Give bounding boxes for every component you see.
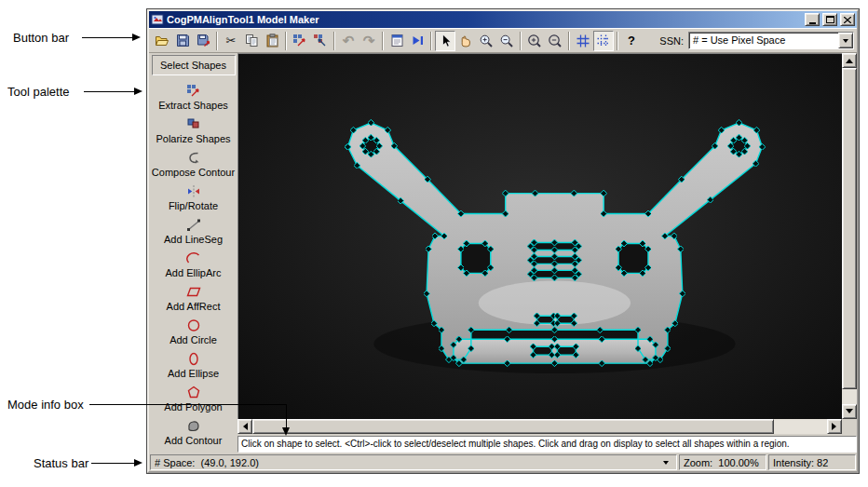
mode-info-box: Click on shape to select. <Ctrl>-click t… [237,436,857,453]
vertical-scroll-thumb[interactable] [842,68,857,389]
copy-button[interactable] [241,31,262,51]
scroll-down-button[interactable] [842,404,857,419]
affrect-icon [186,285,201,299]
undo-button[interactable]: ↶ [338,31,359,51]
pointer-button[interactable] [435,31,455,51]
minimize-icon [809,22,816,24]
zoom-in-button[interactable] [476,31,496,51]
scroll-right-button[interactable] [827,419,842,434]
extract-shapes-icon [186,84,201,98]
palette-item-add-lineseg[interactable]: Add LineSeg [149,214,237,248]
triangle-up-icon [846,55,853,63]
status-zoom-text: Zoom: 100.00% [684,457,759,468]
status-intensity-panel: Intensity: 82 [768,454,856,470]
ssn-combobox[interactable]: # = Use Pixel Space [688,32,854,49]
toolbar-separator [333,32,335,50]
scroll-up-button[interactable] [842,53,857,68]
title-bar[interactable]: CogPMAlignTool1 Model Maker [149,11,857,28]
annotation-line-button-bar [82,37,132,38]
close-icon [844,17,851,23]
triangle-left-icon [239,423,248,430]
vertical-scrollbar[interactable] [842,53,857,419]
circle-icon [186,318,201,332]
grid-snap-button[interactable] [593,31,614,51]
palette-item-add-contour[interactable]: Add Contour [149,415,237,449]
status-space-text: # Space: (49.0, 192.0) [155,457,259,468]
status-space-panel: # Space: (49.0, 192.0) [150,454,677,470]
palette-item-add-affrect[interactable]: Add AffRect [149,281,237,315]
triangle-down-icon [846,409,853,417]
extract-shapes-button[interactable] [290,31,310,51]
polarize-shapes-button[interactable] [310,31,331,51]
save-image-button[interactable] [193,31,213,51]
palette-item-label: Add Contour [165,435,223,446]
toolbar-separator [285,32,287,50]
pan-button[interactable] [455,31,476,51]
annotation-button-bar: Button bar [13,31,69,45]
palette-item-flip-rotate[interactable]: Flip/Rotate [149,181,237,214]
paste-button[interactable] [262,31,282,51]
grid-dotted-icon [596,34,611,48]
maximize-icon [826,16,834,23]
properties-button[interactable] [387,31,407,51]
main-content: Select Shapes Extract Shapes Polarize Sh… [149,53,857,453]
palette-item-add-ellipse[interactable]: Add Ellipse [149,348,237,382]
scroll-left-button[interactable] [237,419,252,434]
ellipse-icon [186,352,201,366]
grid-button[interactable] [573,31,593,51]
copy-icon [245,34,259,47]
palette-item-polarize-shapes[interactable]: Polarize Shapes [149,114,237,147]
minimize-button[interactable] [805,13,820,26]
annotation-arrowhead-status-bar [134,459,142,467]
zoom-out-button[interactable] [496,31,517,51]
horizontal-scrollbar[interactable] [237,419,842,434]
redo-button[interactable]: ↷ [359,31,379,51]
image-display[interactable] [237,53,842,419]
annotation-line-mode-info-vertical [286,404,287,427]
help-button[interactable]: ? [621,31,642,51]
window-title: CogPMAlignTool1 Model Maker [167,14,802,25]
toolbar-separator [520,32,522,50]
annotation-status-bar: Status bar [34,456,88,470]
undo-icon: ↶ [343,34,355,47]
contour-icon [186,419,201,433]
palette-item-add-circle[interactable]: Add Circle [149,315,237,348]
play-bar-icon [411,34,425,47]
toolbar-separator [617,32,618,50]
annotation-line-mode-info [89,404,287,405]
ssn-combobox-value: # = Use Pixel Space [689,33,838,48]
cut-button[interactable]: ✂ [221,31,241,51]
model-scene [238,54,842,419]
palette-item-add-polygon[interactable]: Add Polygon [149,382,237,415]
open-folder-icon [155,34,170,47]
live-display-button[interactable] [407,31,427,51]
annotation-line-status-bar [91,463,134,464]
palette-item-label: Polarize Shapes [156,133,230,144]
open-button[interactable] [152,31,172,51]
status-space-dropdown-button[interactable] [659,456,672,469]
annotation-tool-palette: Tool palette [7,85,70,99]
save-image-icon [197,34,210,47]
cut-icon: ✂ [226,34,237,47]
tool-palette: Select Shapes Extract Shapes Polarize Sh… [149,53,237,453]
vertical-scroll-track[interactable] [842,389,857,404]
palette-item-select-shapes[interactable]: Select Shapes [152,55,236,75]
horizontal-scroll-thumb[interactable] [252,419,774,434]
annotation-mode-info-box: Mode info box [7,398,84,412]
maximize-button[interactable] [822,13,837,26]
palette-item-extract-shapes[interactable]: Extract Shapes [149,80,237,114]
triangle-right-icon [832,423,840,430]
save-button[interactable] [172,31,193,51]
palette-item-label: Add AffRect [167,301,221,312]
palette-item-add-elliparc[interactable]: Add EllipArc [149,248,237,281]
horizontal-scroll-track[interactable] [774,419,827,434]
status-zoom-panel: Zoom: 100.00% [679,454,766,470]
annotation-arrowhead-mode-info [282,427,290,436]
button-bar: ✂ [149,28,857,53]
ssn-combobox-dropdown-button[interactable] [838,33,853,48]
zoom-reduce-button[interactable] [545,31,565,51]
scrollbar-corner [842,419,857,434]
close-button[interactable] [840,13,855,26]
palette-item-compose-contour[interactable]: Compose Contour [149,147,237,181]
zoom-expand-button[interactable] [524,31,545,51]
